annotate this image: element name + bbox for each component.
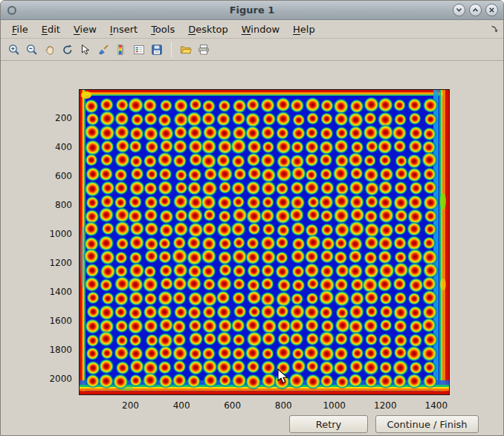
toolbar-separator <box>171 42 172 57</box>
x-tick-label: 200 <box>112 400 149 411</box>
data-cursor-button[interactable] <box>77 42 94 58</box>
y-tick-label: 600 <box>38 171 72 181</box>
window-title: Figure 1 <box>1 4 503 16</box>
zoom-out-button[interactable] <box>24 42 40 58</box>
insert-colorbar-button[interactable] <box>113 42 129 58</box>
y-tick-label: 1000 <box>38 229 72 239</box>
zoom-in-button[interactable] <box>6 42 22 58</box>
menu-file[interactable]: File <box>5 22 35 37</box>
y-tick-label: 1600 <box>38 316 72 326</box>
rotate-3d-button[interactable] <box>59 42 76 58</box>
toolbar <box>1 39 503 61</box>
data-cursor-icon <box>79 43 92 56</box>
menu-help[interactable]: Help <box>286 22 322 37</box>
zoom-in-icon <box>7 43 21 56</box>
x-tick-label: 1000 <box>316 400 353 411</box>
y-tick-label: 1200 <box>38 258 72 268</box>
menu-view[interactable]: View <box>67 22 103 37</box>
print-icon <box>197 43 210 56</box>
chevron-up-icon <box>471 6 479 14</box>
print-figure-button[interactable] <box>196 42 212 58</box>
retry-button[interactable]: Retry <box>289 415 368 433</box>
y-tick-label: 1800 <box>38 345 72 355</box>
insert-legend-button[interactable] <box>131 42 147 58</box>
x-tick-label: 600 <box>214 400 251 411</box>
legend-icon <box>132 43 146 56</box>
menu-edit[interactable]: Edit <box>35 22 67 37</box>
open-folder-icon <box>179 43 193 56</box>
x-tick-label: 800 <box>265 400 302 411</box>
menu-desktop[interactable]: Desktop <box>181 22 235 37</box>
save-icon <box>150 43 164 56</box>
x-tick-label: 1200 <box>366 400 404 411</box>
plot-image[interactable] <box>79 89 450 395</box>
y-tick-label: 1400 <box>38 287 72 297</box>
close-icon <box>488 6 496 14</box>
figure-window: Figure 1 FileEditViewInsertToolsDesktopW… <box>0 0 504 436</box>
close-button[interactable] <box>485 4 498 16</box>
titlebar[interactable]: Figure 1 <box>1 1 503 20</box>
figure-area: Retry Continue / Finish 2004006008001000… <box>1 62 503 435</box>
save-figure-button[interactable] <box>149 42 165 58</box>
minimize-button[interactable] <box>453 4 465 16</box>
open-folder-button[interactable] <box>178 42 194 58</box>
menu-tools[interactable]: Tools <box>144 22 181 37</box>
y-tick-label: 400 <box>38 142 72 152</box>
mouse-cursor-icon <box>277 368 289 388</box>
brush-button[interactable] <box>95 42 112 58</box>
menu-insert[interactable]: Insert <box>103 22 144 37</box>
menu-overflow-icon[interactable] <box>490 25 499 36</box>
x-tick-label: 1400 <box>418 400 455 411</box>
menubar: FileEditViewInsertToolsDesktopWindowHelp <box>1 21 503 39</box>
pan-hand-icon <box>43 43 56 56</box>
continue-finish-button[interactable]: Continue / Finish <box>375 415 479 433</box>
chevron-down-icon <box>455 6 463 14</box>
y-tick-label: 800 <box>38 200 72 210</box>
y-tick-label: 200 <box>38 113 72 123</box>
window-controls <box>453 4 498 16</box>
brush-icon <box>97 43 110 56</box>
menu-window[interactable]: Window <box>235 22 286 37</box>
y-tick-label: 2000 <box>38 374 72 384</box>
zoom-out-icon <box>25 43 39 56</box>
pan-button[interactable] <box>42 42 58 58</box>
maximize-button[interactable] <box>469 4 482 16</box>
colorbar-icon <box>114 43 128 56</box>
rotate-3d-icon <box>61 43 74 56</box>
x-tick-label: 400 <box>163 400 200 411</box>
